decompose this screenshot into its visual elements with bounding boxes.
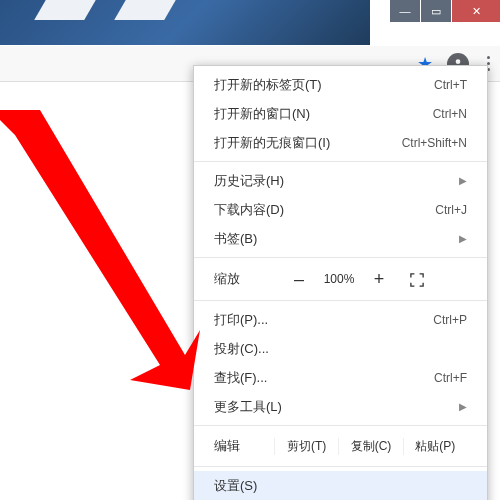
menu-item-settings[interactable]: 设置(S) — [194, 471, 487, 500]
main-menu: 打开新的标签页(T) Ctrl+T 打开新的窗口(N) Ctrl+N 打开新的无… — [193, 65, 488, 500]
menu-item-downloads[interactable]: 下载内容(D) Ctrl+J — [194, 195, 487, 224]
menu-label: 设置(S) — [214, 477, 257, 495]
zoom-out-button[interactable]: – — [284, 269, 314, 290]
fullscreen-button[interactable] — [394, 271, 424, 287]
zoom-value: 100% — [314, 272, 364, 286]
window-controls: — ▭ ✕ — [390, 0, 500, 22]
chevron-right-icon: ▶ — [459, 233, 467, 244]
menu-separator — [194, 425, 487, 426]
zoom-in-button[interactable]: + — [364, 269, 394, 290]
shortcut-text: Ctrl+J — [435, 203, 467, 217]
menu-label: 打开新的无痕窗口(I) — [214, 134, 330, 152]
copy-button[interactable]: 复制(C) — [338, 438, 402, 455]
chevron-right-icon: ▶ — [459, 401, 467, 412]
shortcut-text: Ctrl+N — [433, 107, 467, 121]
menu-separator — [194, 257, 487, 258]
menu-label: 打开新的标签页(T) — [214, 76, 322, 94]
menu-item-print[interactable]: 打印(P)... Ctrl+P — [194, 305, 487, 334]
menu-separator — [194, 466, 487, 467]
menu-item-incognito[interactable]: 打开新的无痕窗口(I) Ctrl+Shift+N — [194, 128, 487, 157]
menu-label: 更多工具(L) — [214, 398, 282, 416]
menu-item-bookmarks[interactable]: 书签(B) ▶ — [194, 224, 487, 253]
chevron-right-icon: ▶ — [459, 175, 467, 186]
shortcut-text: Ctrl+T — [434, 78, 467, 92]
edit-label: 编辑 — [214, 437, 274, 455]
svg-point-0 — [456, 59, 461, 64]
menu-label: 投射(C)... — [214, 340, 269, 358]
close-button[interactable]: ✕ — [452, 0, 500, 22]
paste-button[interactable]: 粘贴(P) — [403, 438, 467, 455]
menu-item-cast[interactable]: 投射(C)... — [194, 334, 487, 363]
zoom-label: 缩放 — [214, 270, 284, 288]
svg-marker-1 — [0, 110, 200, 390]
menu-item-zoom: 缩放 – 100% + — [194, 262, 487, 296]
minimize-button[interactable]: — — [390, 0, 420, 22]
annotation-arrow-icon — [0, 110, 200, 390]
shortcut-text: Ctrl+F — [434, 371, 467, 385]
menu-label: 历史记录(H) — [214, 172, 284, 190]
menu-item-new-tab[interactable]: 打开新的标签页(T) Ctrl+T — [194, 70, 487, 99]
menu-separator — [194, 300, 487, 301]
menu-label: 打印(P)... — [214, 311, 268, 329]
menu-item-find[interactable]: 查找(F)... Ctrl+F — [194, 363, 487, 392]
shortcut-text: Ctrl+P — [433, 313, 467, 327]
maximize-button[interactable]: ▭ — [421, 0, 451, 22]
menu-item-edit-row: 编辑 剪切(T) 复制(C) 粘贴(P) — [194, 430, 487, 462]
menu-separator — [194, 161, 487, 162]
menu-item-history[interactable]: 历史记录(H) ▶ — [194, 166, 487, 195]
shortcut-text: Ctrl+Shift+N — [402, 136, 467, 150]
menu-item-more-tools[interactable]: 更多工具(L) ▶ — [194, 392, 487, 421]
menu-label: 书签(B) — [214, 230, 257, 248]
menu-label: 下载内容(D) — [214, 201, 284, 219]
menu-label: 查找(F)... — [214, 369, 267, 387]
menu-item-new-window[interactable]: 打开新的窗口(N) Ctrl+N — [194, 99, 487, 128]
cut-button[interactable]: 剪切(T) — [274, 438, 338, 455]
menu-label: 打开新的窗口(N) — [214, 105, 310, 123]
